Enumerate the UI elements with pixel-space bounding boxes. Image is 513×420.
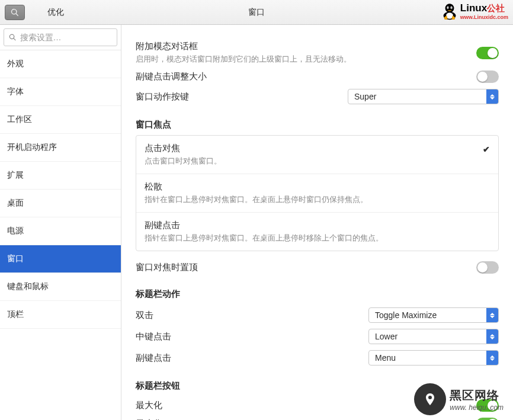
doubleclick-title: 双击 bbox=[136, 310, 153, 321]
app-title: 优化 bbox=[47, 7, 64, 18]
content-pane: 附加模态对话框 启用时，模态对话窗口附加到它们的上级窗口上，且无法移动。 副键点… bbox=[121, 25, 513, 420]
attach-modal-title: 附加模态对话框 bbox=[136, 41, 476, 52]
watermark-top: Linux公社 www.Linuxidc.com bbox=[441, 2, 508, 20]
focus-option-secondary[interactable]: 副键点击 指针在窗口上悬停时对焦窗口。在桌面上悬停时移除上个窗口的焦点。 bbox=[136, 213, 498, 251]
search-input[interactable] bbox=[20, 33, 112, 42]
check-icon: ✔ bbox=[483, 145, 490, 154]
sidebar-item-desktop[interactable]: 桌面 bbox=[0, 190, 121, 217]
action-key-title: 窗口动作按键 bbox=[136, 91, 189, 102]
header-search-button[interactable] bbox=[5, 5, 25, 20]
attach-modal-toggle[interactable] bbox=[476, 47, 499, 59]
sidebar: 外观 字体 工作区 开机启动程序 扩展 桌面 电源 窗口 键盘和鼠标 顶栏 bbox=[0, 25, 121, 420]
svg-point-2 bbox=[445, 4, 454, 12]
search-wrap bbox=[0, 25, 121, 50]
focus-group: 点击对焦 点击窗口时对焦窗口。 ✔ 松散 指针在窗口上悬停时对焦窗口。在桌面上悬… bbox=[136, 135, 499, 251]
sidebar-item-fonts[interactable]: 字体 bbox=[0, 78, 121, 106]
focus-raise-toggle[interactable] bbox=[476, 261, 499, 274]
sidebar-item-appearance[interactable]: 外观 bbox=[0, 50, 121, 78]
secondaryclick-select[interactable]: Menu bbox=[368, 350, 499, 366]
sidebar-item-windows[interactable]: 窗口 bbox=[0, 245, 121, 273]
middleclick-value: Lower bbox=[369, 332, 486, 341]
attach-modal-desc: 启用时，模态对话窗口附加到它们的上级窗口上，且无法移动。 bbox=[136, 54, 476, 65]
select-arrow-icon bbox=[486, 329, 498, 344]
watermark-brand: Linux公社 www.Linuxidc.com bbox=[460, 2, 508, 20]
resize-secondary-toggle[interactable] bbox=[476, 70, 499, 83]
search-icon bbox=[9, 33, 17, 41]
section-titlebar-actions: 标题栏动作 bbox=[136, 288, 499, 300]
middleclick-title: 中键点击 bbox=[136, 331, 171, 342]
search-box[interactable] bbox=[4, 28, 117, 46]
doubleclick-value: Toggle Maximize bbox=[369, 310, 486, 320]
secondaryclick-title: 副键点击 bbox=[136, 352, 171, 364]
focus-sloppy-title: 松散 bbox=[145, 181, 490, 193]
nav-list: 外观 字体 工作区 开机启动程序 扩展 桌面 电源 窗口 键盘和鼠标 顶栏 bbox=[0, 50, 121, 420]
sidebar-item-power[interactable]: 电源 bbox=[0, 217, 121, 245]
section-focus: 窗口焦点 bbox=[136, 119, 499, 130]
sidebar-item-extensions[interactable]: 扩展 bbox=[0, 162, 121, 190]
action-key-select[interactable]: Super bbox=[348, 89, 499, 104]
sidebar-item-workspaces[interactable]: 工作区 bbox=[0, 106, 121, 134]
row-focus-raise: 窗口对焦时置顶 bbox=[136, 258, 499, 277]
focus-click-desc: 点击窗口时对焦窗口。 bbox=[145, 156, 483, 166]
svg-point-5 bbox=[447, 8, 448, 9]
row-doubleclick: 双击 Toggle Maximize bbox=[136, 304, 499, 326]
row-attach-modal: 附加模态对话框 启用时，模态对话窗口附加到它们的上级窗口上，且无法移动。 bbox=[136, 38, 499, 68]
secondaryclick-value: Menu bbox=[369, 353, 486, 363]
row-secondaryclick: 副键点击 Menu bbox=[136, 347, 499, 368]
watermark-bottom: 黑区网络 www. heiqu. com bbox=[414, 383, 504, 415]
svg-point-6 bbox=[451, 8, 452, 9]
select-arrow-icon bbox=[486, 308, 498, 322]
middleclick-select[interactable]: Lower bbox=[368, 329, 499, 344]
watermark-text-2: www. heiqu. com bbox=[450, 403, 504, 412]
action-key-value: Super bbox=[348, 92, 486, 101]
focus-secondary-title: 副键点击 bbox=[145, 220, 490, 231]
select-arrow-icon bbox=[486, 351, 498, 365]
sidebar-item-topbar[interactable]: 顶栏 bbox=[0, 301, 121, 329]
watermark-logo-icon bbox=[414, 383, 446, 415]
minimize-toggle[interactable] bbox=[476, 418, 499, 420]
sidebar-item-startup[interactable]: 开机启动程序 bbox=[0, 134, 121, 162]
row-middleclick: 中键点击 Lower bbox=[136, 326, 499, 347]
focus-option-sloppy[interactable]: 松散 指针在窗口上悬停时对焦窗口。在桌面上悬停时窗口仍保持焦点。 bbox=[136, 174, 498, 213]
select-arrow-icon bbox=[486, 89, 498, 104]
focus-sloppy-desc: 指针在窗口上悬停时对焦窗口。在桌面上悬停时窗口仍保持焦点。 bbox=[145, 194, 490, 205]
focus-raise-title: 窗口对焦时置顶 bbox=[136, 262, 198, 273]
tux-icon bbox=[441, 2, 459, 20]
focus-secondary-desc: 指针在窗口上悬停时对焦窗口。在桌面上悬停时移除上个窗口的焦点。 bbox=[145, 233, 490, 243]
resize-secondary-title: 副键点击调整大小 bbox=[136, 71, 207, 82]
doubleclick-select[interactable]: Toggle Maximize bbox=[368, 307, 499, 323]
page-title: 窗口 bbox=[248, 7, 265, 18]
maximize-title: 最大化 bbox=[136, 400, 162, 411]
row-resize-secondary: 副键点击调整大小 bbox=[136, 68, 499, 86]
watermark-text-1: 黑区网络 bbox=[450, 387, 504, 403]
search-icon bbox=[11, 8, 19, 17]
titlebar: 优化 窗口 Linux公社 www.Linuxidc.com bbox=[0, 0, 513, 25]
focus-option-click[interactable]: 点击对焦 点击窗口时对焦窗口。 ✔ bbox=[136, 136, 498, 174]
row-minimize: 最小化 bbox=[136, 415, 499, 420]
row-action-key: 窗口动作按键 Super bbox=[136, 86, 499, 107]
focus-click-title: 点击对焦 bbox=[145, 143, 483, 154]
sidebar-item-keyboard[interactable]: 键盘和鼠标 bbox=[0, 273, 121, 301]
